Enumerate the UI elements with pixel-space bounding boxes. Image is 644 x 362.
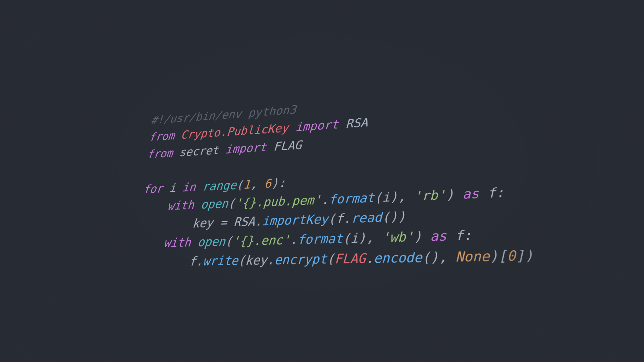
punct: [ (498, 248, 507, 264)
fn-format: format (297, 231, 343, 247)
var-key: key (192, 216, 214, 231)
punct: ) (390, 209, 398, 225)
keyword-import: import (225, 140, 267, 156)
punct: . (343, 211, 351, 226)
punct: : (278, 176, 286, 190)
punct: ) (489, 248, 499, 264)
fn-format: format (329, 190, 375, 207)
punct: , (250, 177, 265, 191)
var-f: f (487, 185, 496, 201)
punct: ( (382, 210, 390, 225)
punct: , (366, 230, 382, 245)
punct: ( (238, 253, 246, 268)
symbol-flag: FLAG (273, 138, 302, 154)
punct: . (267, 253, 275, 268)
punct: ) (524, 247, 534, 264)
string-rb: 'rb' (414, 187, 446, 203)
string-enc: '{}.enc' (232, 233, 290, 249)
punct: ) (358, 231, 366, 246)
var-i: i (169, 181, 176, 195)
keyword-from: from (149, 129, 175, 143)
number-1: 1 (243, 177, 251, 191)
var-i: i (350, 231, 358, 246)
keyword-as: as (454, 186, 487, 202)
string-wb: 'wb' (382, 229, 414, 245)
keyword-for: for (143, 182, 164, 196)
fn-open: open (200, 197, 229, 212)
keyword-in: in (182, 180, 196, 194)
symbol-rsa: RSA (345, 115, 368, 130)
const-none: None (455, 248, 490, 265)
punct: : (495, 185, 504, 201)
fn-range: range (202, 178, 237, 193)
punct: ( (422, 249, 430, 265)
punct: ) (398, 209, 406, 225)
code-panel: #!/usr/bin/env python3 from Crypto.Publi… (135, 83, 534, 272)
fn-write: write (202, 253, 238, 268)
keyword-from: from (147, 146, 173, 161)
punct: : (463, 228, 472, 243)
var-i: i (382, 190, 390, 205)
punct: = (212, 215, 234, 230)
code-block: #!/usr/bin/env python3 from Crypto.Publi… (135, 83, 534, 272)
var-f: f (455, 228, 464, 244)
punct: ) (271, 176, 279, 190)
punct: . (255, 214, 263, 229)
punct: , (438, 249, 455, 265)
punct: ] (515, 248, 525, 264)
module-secret: secret (179, 143, 219, 159)
punct: . (321, 192, 329, 207)
keyword-as: as (422, 228, 455, 244)
var-key: key (245, 253, 267, 268)
module-crypto: Crypto.PublicKey (180, 121, 289, 141)
punct: ) (446, 187, 454, 202)
number-0: 0 (506, 248, 516, 264)
fn-open: open (197, 234, 226, 249)
fn-importkey: importKey (262, 212, 328, 229)
fn-encode: encode (374, 250, 422, 266)
punct: . (366, 251, 374, 266)
punct: ( (328, 212, 336, 227)
keyword-with: with (163, 235, 191, 250)
stage: #!/usr/bin/env python3 from Crypto.Publi… (0, 0, 644, 362)
punct: ( (327, 251, 335, 267)
punct: ) (414, 229, 422, 245)
punct: . (290, 232, 298, 247)
fn-encrypt: encrypt (274, 251, 327, 267)
keyword-with: with (167, 198, 195, 213)
punct: , (398, 189, 414, 204)
punct: ) (430, 249, 439, 265)
var-f: f (335, 211, 343, 226)
fn-read: read (351, 210, 382, 226)
cls-rsa: RSA (233, 215, 255, 229)
punct: ( (374, 190, 382, 205)
symbol-flag: FLAG (334, 251, 366, 266)
punct: ) (390, 190, 398, 205)
string-pubpem: '{}.pub.pem' (235, 193, 322, 210)
punct: ( (342, 231, 351, 246)
keyword-import: import (295, 118, 339, 134)
number-6: 6 (264, 176, 272, 190)
